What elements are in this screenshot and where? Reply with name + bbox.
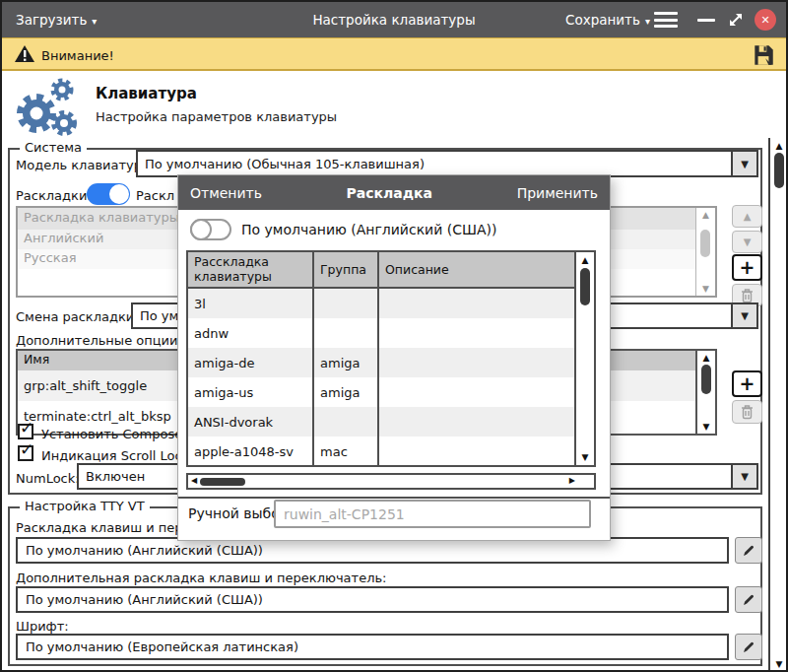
column-description: Описание bbox=[379, 252, 574, 287]
expand-icon bbox=[727, 11, 745, 29]
save-file-button[interactable] bbox=[751, 42, 776, 72]
table-row-partial bbox=[188, 466, 574, 467]
cell-description bbox=[379, 437, 574, 466]
dropdown-arrow-icon[interactable]: ▼ bbox=[731, 304, 756, 327]
scrollbar-corner bbox=[578, 473, 596, 490]
layout-dialog: Отменить Раскладка Применить По умолчани… bbox=[177, 174, 611, 541]
compose-checkbox-label: Установить Compose bbox=[41, 427, 182, 441]
check-icon: ✓ bbox=[20, 441, 33, 458]
cell-layout: 3l bbox=[188, 289, 314, 318]
table-row[interactable]: amiga-de amiga bbox=[188, 348, 574, 377]
delete-option-button bbox=[732, 400, 762, 424]
cell-group: amiga bbox=[314, 348, 379, 377]
layout-dialog-header: Отменить Раскладка Применить bbox=[178, 175, 610, 210]
scroll-down-icon[interactable]: ▼ bbox=[770, 659, 788, 669]
minimize-button[interactable] bbox=[697, 19, 715, 22]
default-layout-toggle-label: По умолчанию (Английский (США)) bbox=[241, 222, 496, 237]
scrollbar-thumb[interactable] bbox=[200, 478, 245, 486]
pencil-icon bbox=[741, 639, 756, 655]
layouts-toggle-text: Раскл bbox=[136, 188, 174, 203]
dialog-separator bbox=[178, 497, 610, 499]
cell-group: mac bbox=[314, 437, 379, 466]
options-table-scrollbar[interactable]: ▲ ▼ bbox=[695, 351, 715, 434]
apply-button[interactable]: Применить bbox=[517, 185, 598, 201]
warning-bar bbox=[2, 37, 786, 71]
trash-icon bbox=[740, 288, 755, 303]
arrow-down-icon: ▼ bbox=[744, 236, 752, 247]
layout-table-hscrollbar[interactable]: ◀ ▶ bbox=[186, 473, 580, 490]
dropdown-arrow-icon[interactable]: ▼ bbox=[731, 465, 756, 488]
table-row[interactable]: adnw bbox=[188, 318, 574, 348]
scrollbar-thumb[interactable] bbox=[701, 365, 711, 394]
layout-table: Расскладка клавиатуры Группа Описание 3l… bbox=[186, 250, 596, 467]
scroll-up-icon[interactable]: ▲ bbox=[697, 353, 715, 363]
layouts-toggle-on[interactable] bbox=[87, 183, 130, 205]
tty-font-label: Шрифт: bbox=[16, 619, 69, 634]
table-row[interactable]: apple-a1048-sv mac bbox=[188, 437, 574, 466]
trash-icon bbox=[740, 404, 755, 420]
layout-switch-label: Смена раскладки: bbox=[16, 309, 139, 324]
tty-group-legend: Настройка TTY VT bbox=[20, 499, 150, 513]
dropdown-arrow-icon[interactable]: ▼ bbox=[731, 152, 756, 175]
move-layout-up-button: ▲ bbox=[732, 205, 762, 228]
warning-text: Внимание! bbox=[41, 48, 114, 63]
save-menu-button[interactable]: Сохранить▾ bbox=[565, 12, 650, 28]
maximize-button[interactable] bbox=[727, 11, 745, 33]
titlebar: Загрузить▾ Настройка клавиатуры Сохранит… bbox=[2, 2, 786, 37]
scroll-up-icon[interactable]: ▲ bbox=[770, 141, 788, 151]
manual-select-input[interactable] bbox=[274, 500, 591, 528]
plus-icon: + bbox=[740, 374, 755, 393]
default-layout-toggle-off[interactable] bbox=[190, 219, 231, 240]
tty-extra-layout-label: Дополнительная раскладка клавиш и перекл… bbox=[16, 571, 386, 585]
scroll-down-icon[interactable]: ▼ bbox=[576, 452, 594, 462]
table-row[interactable]: 3l bbox=[188, 289, 574, 318]
layouts-list-scrollbar[interactable]: ▲ ▼ bbox=[695, 208, 715, 296]
edit-tty-layout-button[interactable] bbox=[735, 537, 762, 564]
scrollbar-thumb[interactable] bbox=[580, 268, 590, 305]
numlock-label: NumLock: bbox=[16, 471, 80, 486]
table-row[interactable]: ANSI-dvorak bbox=[188, 407, 574, 437]
scrollbar-thumb[interactable] bbox=[700, 230, 710, 257]
scroll-down-icon[interactable]: ▼ bbox=[696, 284, 715, 294]
arrow-up-icon: ▲ bbox=[744, 211, 752, 222]
close-button[interactable]: ✕ bbox=[755, 9, 776, 31]
save-menu-label: Сохранить bbox=[565, 12, 640, 28]
page-subtitle: Настройка параметров клавиатуры bbox=[96, 109, 337, 124]
cancel-button[interactable]: Отменить bbox=[190, 185, 262, 201]
keyboard-model-select[interactable]: По умолчанию (Обычная 105-клавишная) ▼ bbox=[136, 150, 758, 177]
scroll-right-icon[interactable]: ▶ bbox=[569, 476, 575, 485]
scroll-left-icon[interactable]: ◀ bbox=[191, 476, 197, 485]
column-group: Группа bbox=[314, 252, 379, 287]
edit-tty-font-button[interactable] bbox=[735, 634, 762, 660]
scroll-down-icon[interactable]: ▼ bbox=[697, 422, 715, 432]
edit-tty-extra-layout-button[interactable] bbox=[735, 586, 762, 613]
main-scrollbar[interactable]: ▲ ▼ bbox=[768, 138, 788, 672]
scroll-up-icon[interactable]: ▲ bbox=[696, 210, 715, 220]
scrolllock-checkbox-label: Индикация Scroll Lock bbox=[41, 448, 189, 463]
close-icon: ✕ bbox=[760, 14, 769, 27]
hamburger-menu-icon[interactable] bbox=[654, 12, 678, 28]
check-icon: ✓ bbox=[20, 420, 33, 437]
cell-group bbox=[314, 407, 379, 437]
scroll-up-icon[interactable]: ▲ bbox=[576, 255, 594, 265]
layout-table-scrollbar[interactable]: ▲ ▼ bbox=[574, 252, 594, 465]
tty-layout-field[interactable]: По умолчанию (Английский (США)) bbox=[16, 537, 729, 564]
cell-description bbox=[379, 318, 574, 348]
add-layout-button[interactable]: + bbox=[732, 254, 762, 281]
tty-extra-layout-field[interactable]: По умолчанию (Английский (США)) bbox=[16, 586, 729, 613]
cell-layout bbox=[188, 466, 314, 467]
keyboard-settings-window: Загрузить▾ Настройка клавиатуры Сохранит… bbox=[0, 0, 788, 672]
cell-description bbox=[379, 407, 574, 437]
pencil-icon bbox=[741, 543, 756, 559]
cell-description bbox=[379, 289, 574, 318]
floppy-disk-icon bbox=[751, 42, 776, 68]
table-row[interactable]: amiga-us amiga bbox=[188, 377, 574, 407]
scrollbar-thumb[interactable] bbox=[774, 153, 784, 188]
tty-font-field[interactable]: По умолчанию (Европейская латинская) bbox=[16, 634, 729, 660]
layouts-label: Раскладки: bbox=[16, 188, 92, 203]
dialog-title: Раскладка bbox=[347, 185, 432, 201]
add-option-button[interactable]: + bbox=[732, 370, 762, 397]
toggle-knob bbox=[109, 184, 129, 204]
warning-triangle-icon bbox=[14, 44, 35, 67]
layout-table-header: Расскладка клавиатуры Группа Описание bbox=[188, 252, 574, 289]
